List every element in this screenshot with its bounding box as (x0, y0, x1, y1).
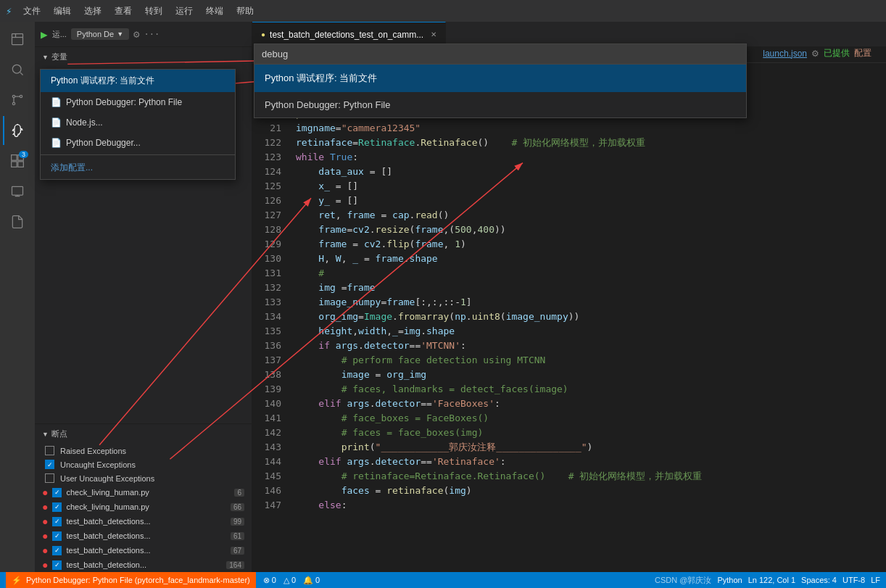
bell-icon: 🔔 (303, 576, 313, 585)
line-numbers: 1718192021 122123124125126 1271281291301… (252, 63, 289, 572)
dropdown-item-2[interactable]: Python Debugger: Python File (254, 92, 746, 117)
status-warnings[interactable]: △ 0 (281, 576, 299, 585)
dropdown-item-selected[interactable]: Python 调试程序: 当前文件 (254, 65, 746, 92)
dropdown-item-selected-label: Python 调试程序: 当前文件 (265, 72, 377, 85)
run-debug-icon[interactable]: ▶ (41, 28, 48, 41)
status-errors[interactable]: ⊗ 0 (260, 576, 279, 585)
bp-filename: test_batch_detections... (66, 546, 225, 555)
warning-icon: △ (283, 576, 289, 585)
error-icon: ⊗ (263, 576, 270, 585)
activity-icon-explorer[interactable] (3, 25, 32, 54)
user-uncaught-checkbox[interactable] (45, 473, 54, 483)
bp-file-2[interactable]: ● ✓ check_living_human.py 66 (35, 500, 252, 514)
config-item-5-divider (41, 154, 235, 155)
code-line: H, W, _ = frame.shape (296, 252, 886, 266)
debug-config-selector[interactable]: Python De ▼ (71, 28, 129, 40)
bp-file-4[interactable]: ● ✓ test_batch_detections... 61 (35, 529, 252, 543)
code-content[interactable]: TOTAL_NOD = 0 # 读取视频数据 cap = cv2.Videc..… (289, 63, 886, 572)
code-line: image_numpy=frame[:,:,::-1] (296, 295, 886, 310)
bp-file-3[interactable]: ● ✓ test_batch_detections... 99 (35, 514, 252, 529)
code-line: imgname="cammera12345" (296, 121, 886, 136)
config-link[interactable]: 配置 (854, 47, 871, 59)
activity-icon-extensions[interactable]: 3 (3, 146, 32, 175)
config-item-2[interactable]: 📄 Python Debugger: Python File (41, 92, 235, 112)
activity-icon-remote[interactable] (3, 177, 32, 206)
debug-toolbar: ▶ 运... Python De ▼ ⚙ ··· (35, 22, 252, 47)
bp-file-6[interactable]: ● ✓ test_batch_detection... 164 (35, 558, 252, 572)
breakpoints-section-header[interactable]: ▼ 断点 (35, 423, 252, 444)
raised-exceptions-checkbox[interactable] (45, 446, 54, 455)
menu-select[interactable]: 选择 (78, 4, 107, 19)
variables-section-header[interactable]: ▼ 变量 (35, 47, 252, 67)
activity-icon-source-control[interactable] (3, 86, 32, 115)
bp-dot-icon: ● (42, 530, 48, 542)
config-item-4-label: Python Debugger... (66, 138, 141, 148)
svg-rect-9 (12, 186, 23, 195)
code-line: height,width,_=img.shape (296, 324, 886, 339)
bp-dot-icon: ● (42, 515, 48, 527)
title-bar: ⚡ 文件 编辑 选择 查看 转到 运行 终端 帮助 (0, 0, 886, 22)
status-debug-mode[interactable]: ⚡ Python Debugger: Python File (pytorch_… (6, 572, 256, 588)
menu-terminal[interactable]: 终端 (200, 4, 229, 19)
config-submenu[interactable]: Python 调试程序: 当前文件 📄 Python Debugger: Pyt… (40, 69, 236, 180)
tab-label: test_batch_detections_test_on_camm... (270, 30, 423, 40)
bp-filename: test_batch_detections... (66, 531, 225, 540)
activity-icon-test[interactable] (3, 207, 32, 236)
encoding-label[interactable]: UTF-8 (842, 576, 865, 584)
gear-icon[interactable]: ⚙ (133, 28, 139, 40)
config-item-1[interactable]: Python 调试程序: 当前文件 (41, 70, 235, 92)
menu-run[interactable]: 运行 (170, 4, 199, 19)
bp-check-icon: ✓ (52, 502, 62, 512)
line-ending-label[interactable]: LF (871, 576, 880, 584)
raised-exceptions-label: Raised Exceptions (60, 447, 126, 455)
bp-file-1[interactable]: ● ✓ check_living_human.py 6 (35, 485, 252, 500)
launch-json-gear[interactable]: ⚙ (811, 49, 819, 59)
bp-line-num: 6 (234, 489, 244, 497)
tab-close-icon[interactable]: ✕ (431, 30, 436, 38)
menu-view[interactable]: 查看 (109, 4, 138, 19)
svg-point-3 (20, 95, 22, 97)
bp-check-icon: ✓ (52, 560, 62, 570)
more-icon[interactable]: ··· (144, 29, 160, 39)
debug-mode-label: Python Debugger: Python File (pytorch_fa… (26, 576, 250, 584)
user-uncaught-exceptions-row[interactable]: User Uncaught Exceptions (35, 471, 252, 485)
bp-check-icon: ✓ (52, 546, 62, 555)
menu-goto[interactable]: 转到 (139, 4, 168, 19)
status-info[interactable]: 🔔 0 (300, 576, 323, 585)
code-editor[interactable]: 1718192021 122123124125126 1271281291301… (252, 63, 886, 572)
bp-filename: check_living_human.py (66, 502, 225, 511)
bp-check-icon: ✓ (52, 517, 62, 526)
spaces-label[interactable]: Spaces: 4 (801, 576, 837, 584)
bp-dot-icon: ● (42, 544, 48, 556)
debug-search-input[interactable] (262, 49, 739, 59)
line-col-label[interactable]: Ln 122, Col 1 (748, 576, 795, 584)
activity-icon-search[interactable] (3, 55, 32, 84)
code-line: # faces, landmarks = detect_faces(image) (296, 382, 886, 397)
debug-command-dropdown[interactable]: Python 调试程序: 当前文件 Python Debugger: Pytho… (254, 44, 747, 118)
uncaught-exceptions-row[interactable]: ✓ Uncaught Exceptions (35, 457, 252, 471)
code-line: # (296, 266, 886, 281)
menu-bar: 文件 编辑 选择 查看 转到 运行 终端 帮助 (17, 4, 260, 19)
code-line: elif args.detector=='Retinaface': (296, 455, 886, 469)
raised-exceptions-row[interactable]: Raised Exceptions (35, 444, 252, 457)
menu-edit[interactable]: 编辑 (48, 4, 77, 19)
menu-file[interactable]: 文件 (17, 4, 46, 19)
bp-file-5[interactable]: ● ✓ test_batch_detections... 67 (35, 543, 252, 558)
code-line: # face_boxes = FaceBoxes() (296, 411, 886, 426)
config-item-3[interactable]: 📄 Node.js... (41, 112, 235, 133)
bp-line-num: 99 (231, 518, 244, 526)
launch-json-link[interactable]: launch.json (763, 49, 807, 59)
author-label: CSDN @郭庆汝 (655, 575, 711, 586)
config-item-5[interactable]: 添加配置... (41, 157, 235, 179)
activity-icon-debug[interactable] (3, 116, 32, 145)
config-item-4[interactable]: 📄 Python Debugger... (41, 133, 235, 153)
menu-help[interactable]: 帮助 (231, 4, 260, 19)
svg-rect-8 (18, 162, 24, 167)
editor-tab-active[interactable]: ● test_batch_detections_test_on_camm... … (252, 22, 446, 46)
status-bar: ⚡ Python Debugger: Python File (pytorch_… (0, 572, 886, 588)
svg-point-4 (12, 102, 15, 104)
language-label[interactable]: Python (717, 576, 742, 584)
bp-filename: test_batch_detection... (66, 560, 222, 569)
uncaught-exceptions-checkbox[interactable]: ✓ (45, 460, 54, 469)
bp-filename: check_living_human.py (66, 488, 230, 497)
